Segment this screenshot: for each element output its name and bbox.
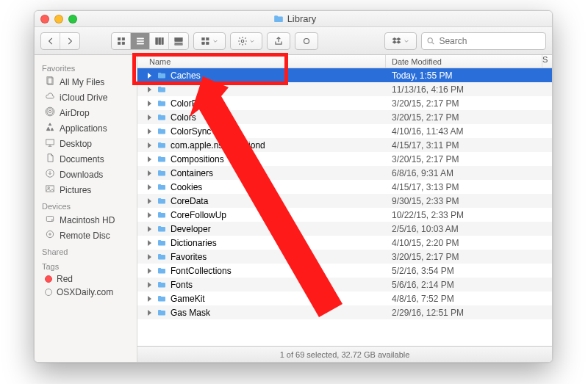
disk-icon [45,214,55,226]
file-name: Gas Mask [171,308,210,318]
column-size[interactable]: S [542,55,552,68]
file-row[interactable]: Gas Mask2/29/16, 12:51 PM [137,305,552,319]
sidebar-item-label: Red [57,274,73,284]
sidebar-item-remote-disc[interactable]: Remote Disc [35,228,137,243]
search-field[interactable] [421,32,546,50]
file-name: CoreData [171,196,208,206]
svg-point-30 [51,220,52,220]
svg-rect-3 [122,42,125,45]
file-row[interactable]: Containers6/8/16, 9:31 AM [137,166,552,180]
file-list[interactable]: CachesToday, 1:55 PM11/13/16, 4:16 PMCol… [137,68,552,346]
file-row[interactable]: GameKit4/8/16, 7:52 PM [137,291,552,305]
file-row[interactable]: ColorSync4/10/16, 11:43 AM [137,124,552,138]
file-name: Dictionaries [171,238,217,248]
sidebar-item-airdrop[interactable]: AirDrop [35,105,137,120]
column-name[interactable]: Name [137,55,386,68]
disclosure-triangle-icon[interactable] [148,198,151,204]
svg-rect-13 [202,37,205,40]
sidebar-item-red[interactable]: Red [35,272,137,286]
coverflow-view-button[interactable] [169,33,188,49]
minimize-window-button[interactable] [54,15,63,23]
svg-rect-15 [207,37,209,40]
disclosure-triangle-icon[interactable] [148,268,151,274]
file-row[interactable]: Favorites3/20/15, 2:17 PM [137,250,552,264]
file-row[interactable]: Fonts5/6/16, 2:14 PM [137,278,552,291]
file-row[interactable]: com.apple.nsu sessiond4/15/17, 3:11 PM [137,138,552,152]
action-button[interactable] [230,32,262,50]
sidebar-item-label: Documents [60,154,104,164]
disclosure-triangle-icon[interactable] [148,73,151,79]
sidebar-item-label: Macintosh HD [60,215,115,225]
file-row[interactable]: CoreData9/30/15, 2:33 PM [137,194,552,208]
file-date: 3/20/15, 2:17 PM [386,112,552,123]
file-date: 2/5/16, 10:03 AM [386,224,552,234]
disclosure-triangle-icon[interactable] [148,254,151,260]
svg-rect-4 [137,37,143,38]
sidebar-item-label: OSXDaily.com [57,287,113,297]
disclosure-triangle-icon[interactable] [148,128,151,134]
disclosure-triangle-icon[interactable] [148,282,151,288]
file-name: Developer [171,224,211,234]
disclosure-triangle-icon[interactable] [148,296,151,302]
folder-icon [156,308,168,317]
dropbox-button[interactable] [384,32,417,50]
disclosure-triangle-icon[interactable] [148,101,151,106]
back-button[interactable] [41,33,60,49]
sidebar-item-macintosh-hd[interactable]: Macintosh HD [35,212,137,228]
svg-rect-0 [118,37,121,40]
sidebar[interactable]: FavoritesAll My FilesiCloud DriveAirDrop… [35,55,137,362]
sidebar-item-desktop[interactable]: Desktop [35,136,137,151]
window-title-text: Library [287,13,317,24]
disclosure-triangle-icon[interactable] [148,170,151,176]
close-window-button[interactable] [40,15,49,23]
file-row[interactable]: Developer2/5/16, 10:03 AM [137,222,552,236]
tags-button[interactable] [295,32,318,50]
svg-point-18 [304,38,309,43]
file-row[interactable]: CachesToday, 1:55 PM [137,68,552,82]
disclosure-triangle-icon[interactable] [148,87,151,93]
sidebar-item-documents[interactable]: Documents [35,151,137,167]
disclosure-triangle-icon[interactable] [148,142,151,148]
file-row[interactable]: CoreFollowUp10/22/15, 2:33 PM [137,208,552,222]
sidebar-item-applications[interactable]: Applications [35,120,137,136]
column-view-button[interactable] [150,33,169,49]
file-row[interactable]: 11/13/16, 4:16 PM [137,82,552,96]
column-date-modified[interactable]: Date Modified [386,55,542,68]
file-row[interactable]: FontCollections5/2/16, 3:54 PM [137,264,552,278]
disclosure-triangle-icon[interactable] [148,212,151,218]
sidebar-item-osxdaily-com[interactable]: OSXDaily.com [35,286,137,299]
folder-icon [156,225,168,233]
file-row[interactable]: Dictionaries4/10/15, 2:20 PM [137,236,552,250]
file-name: Containers [171,168,213,178]
disclosure-triangle-icon[interactable] [148,156,151,162]
disclosure-triangle-icon[interactable] [148,240,151,246]
list-view-button[interactable] [131,33,150,49]
file-row[interactable]: ColorPick3/20/15, 2:17 PM [137,96,552,110]
disclosure-triangle-icon[interactable] [148,115,151,120]
titlebar[interactable]: Library [35,11,552,27]
arrange-button[interactable] [193,32,226,50]
svg-rect-6 [137,43,143,43]
file-row[interactable]: Cookies4/15/17, 3:13 PM [137,180,552,194]
sidebar-item-downloads[interactable]: Downloads [35,167,137,182]
sidebar-heading: Tags [35,258,137,272]
disclosure-triangle-icon[interactable] [148,226,151,232]
share-button[interactable] [267,32,290,50]
downloads-icon [45,168,55,181]
sidebar-item-all-my-files[interactable]: All My Files [35,74,137,90]
file-row[interactable]: Compositions3/20/15, 2:17 PM [137,152,552,166]
window-title: Library [82,13,508,24]
folder-icon [156,183,168,192]
svg-rect-12 [175,44,183,45]
file-row[interactable]: Colors3/20/15, 2:17 PM [137,110,552,124]
folder-icon [156,85,168,94]
icon-view-button[interactable] [112,33,131,49]
disclosure-triangle-icon[interactable] [148,184,151,190]
sidebar-item-pictures[interactable]: Pictures [35,182,137,198]
forward-button[interactable] [60,33,79,49]
search-input[interactable] [439,36,541,46]
documents-icon [45,153,55,165]
sidebar-item-icloud-drive[interactable]: iCloud Drive [35,90,137,105]
disclosure-triangle-icon[interactable] [148,310,151,316]
zoom-window-button[interactable] [68,15,77,23]
